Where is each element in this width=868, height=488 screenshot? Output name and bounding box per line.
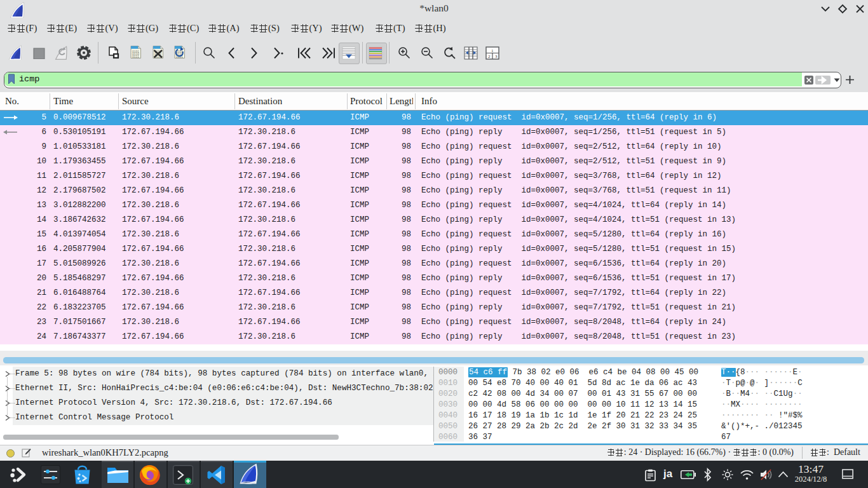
svg-text:0111: 0111 bbox=[132, 55, 139, 58]
svg-text:1: 1 bbox=[491, 48, 494, 53]
svg-text:2: 2 bbox=[488, 54, 491, 59]
svg-text:3: 3 bbox=[495, 54, 498, 59]
